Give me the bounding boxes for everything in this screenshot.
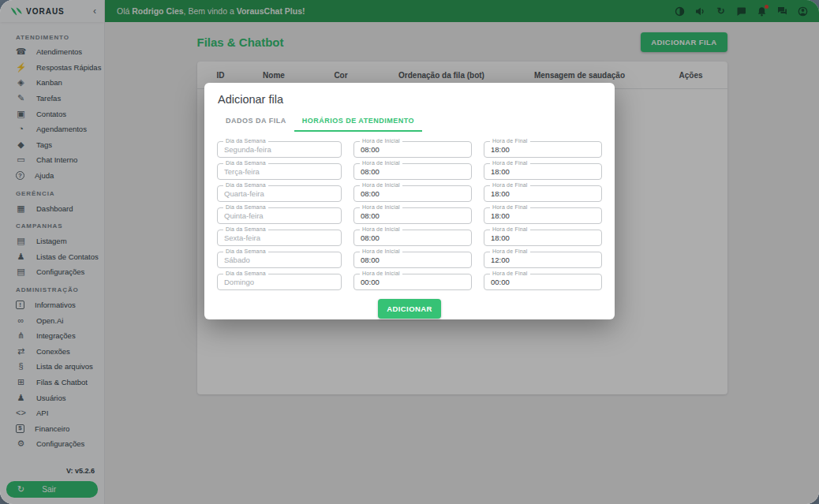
day-field-label: Dia da Semana xyxy=(223,160,268,166)
start-time-value: 00:00 xyxy=(361,278,380,286)
start-time-field[interactable]: Hora de Inicial 08:00 xyxy=(353,207,472,224)
schedule-rows: Dia da Semana Segunda-feira Hora de Inic… xyxy=(204,132,615,290)
submit-add-button[interactable]: ADICIONAR xyxy=(378,299,440,319)
end-time-label: Hora de Final xyxy=(490,248,530,254)
schedule-row: Dia da Semana Sexta-feira Hora de Inicia… xyxy=(217,230,602,246)
day-field[interactable]: Dia da Semana Terça-feira xyxy=(217,163,342,180)
end-time-value: 18:00 xyxy=(491,145,510,154)
app-window: Olá Rodrigo Cies, Bem vindo a VorausChat… xyxy=(0,0,819,504)
end-time-value: 18:00 xyxy=(491,233,510,242)
start-time-field[interactable]: Hora de Inicial 08:00 xyxy=(353,230,472,246)
add-queue-modal: Adicionar fila DADOS DA FILA HORÁRIOS DE… xyxy=(204,83,615,319)
day-field-label: Dia da Semana xyxy=(223,204,268,210)
start-time-label: Hora de Inicial xyxy=(360,226,402,232)
end-time-label: Hora de Final xyxy=(490,226,530,232)
end-time-field[interactable]: Hora de Final 18:00 xyxy=(484,141,602,158)
schedule-row: Dia da Semana Terça-feira Hora de Inicia… xyxy=(217,163,602,180)
tab-horarios-de-atendimento[interactable]: HORÁRIOS DE ATENDIMENTO xyxy=(294,110,422,132)
start-time-field[interactable]: Hora de Inicial 00:00 xyxy=(353,274,472,290)
start-time-value: 08:00 xyxy=(361,189,380,198)
day-field-value: Terça-feira xyxy=(224,167,260,176)
end-time-value: 12:00 xyxy=(491,256,510,264)
end-time-value: 00:00 xyxy=(491,278,510,286)
start-time-label: Hora de Inicial xyxy=(360,204,402,210)
start-time-label: Hora de Inicial xyxy=(360,271,402,276)
start-time-field[interactable]: Hora de Inicial 08:00 xyxy=(353,141,472,158)
end-time-label: Hora de Final xyxy=(490,160,530,166)
schedule-row: Dia da Semana Sábado Hora de Inicial 08:… xyxy=(217,252,602,268)
schedule-row: Dia da Semana Quarta-feira Hora de Inici… xyxy=(217,185,602,202)
end-time-label: Hora de Final xyxy=(490,271,530,276)
end-time-value: 18:00 xyxy=(491,167,510,176)
start-time-value: 08:00 xyxy=(361,233,380,242)
modal-title: Adicionar fila xyxy=(204,83,615,110)
day-field-label: Dia da Semana xyxy=(223,226,268,232)
day-field-value: Segunda-feira xyxy=(224,145,271,154)
day-field-value: Quarta-feira xyxy=(224,189,264,198)
day-field[interactable]: Dia da Semana Sábado xyxy=(217,252,342,268)
day-field[interactable]: Dia da Semana Domingo xyxy=(217,274,342,290)
start-time-label: Hora de Inicial xyxy=(360,248,402,254)
schedule-row: Dia da Semana Quinta-feira Hora de Inici… xyxy=(217,207,602,224)
start-time-value: 08:00 xyxy=(361,145,380,154)
end-time-value: 18:00 xyxy=(491,189,510,198)
end-time-label: Hora de Final xyxy=(490,138,530,144)
end-time-label: Hora de Final xyxy=(490,182,530,188)
day-field-value: Sexta-feira xyxy=(224,233,260,242)
day-field-value: Domingo xyxy=(224,278,254,286)
start-time-label: Hora de Inicial xyxy=(360,160,402,166)
day-field-value: Sábado xyxy=(224,256,250,264)
modal-tabs: DADOS DA FILA HORÁRIOS DE ATENDIMENTO xyxy=(204,110,615,132)
start-time-field[interactable]: Hora de Inicial 08:00 xyxy=(353,185,472,202)
day-field-label: Dia da Semana xyxy=(223,138,268,144)
schedule-row: Dia da Semana Domingo Hora de Inicial 00… xyxy=(217,274,602,290)
day-field-value: Quinta-feira xyxy=(224,211,264,220)
end-time-field[interactable]: Hora de Final 12:00 xyxy=(484,252,602,268)
end-time-field[interactable]: Hora de Final 18:00 xyxy=(484,185,602,202)
tab-dados-da-fila[interactable]: DADOS DA FILA xyxy=(218,110,294,132)
day-field[interactable]: Dia da Semana Quinta-feira xyxy=(217,207,342,224)
end-time-field[interactable]: Hora de Final 18:00 xyxy=(484,230,602,246)
day-field-label: Dia da Semana xyxy=(223,182,268,188)
end-time-field[interactable]: Hora de Final 00:00 xyxy=(484,274,602,290)
end-time-field[interactable]: Hora de Final 18:00 xyxy=(484,163,602,180)
start-time-field[interactable]: Hora de Inicial 08:00 xyxy=(353,163,472,180)
start-time-value: 08:00 xyxy=(361,256,380,264)
start-time-label: Hora de Inicial xyxy=(360,138,402,144)
start-time-label: Hora de Inicial xyxy=(360,182,402,188)
start-time-value: 08:00 xyxy=(361,167,380,176)
end-time-value: 18:00 xyxy=(491,211,510,220)
day-field[interactable]: Dia da Semana Quarta-feira xyxy=(217,185,342,202)
start-time-field[interactable]: Hora de Inicial 08:00 xyxy=(353,252,472,268)
start-time-value: 08:00 xyxy=(361,211,380,220)
end-time-field[interactable]: Hora de Final 18:00 xyxy=(484,207,602,224)
schedule-row: Dia da Semana Segunda-feira Hora de Inic… xyxy=(217,141,602,158)
end-time-label: Hora de Final xyxy=(490,204,530,210)
day-field[interactable]: Dia da Semana Sexta-feira xyxy=(217,230,342,246)
day-field-label: Dia da Semana xyxy=(223,248,268,254)
day-field-label: Dia da Semana xyxy=(223,271,268,276)
day-field[interactable]: Dia da Semana Segunda-feira xyxy=(217,141,342,158)
